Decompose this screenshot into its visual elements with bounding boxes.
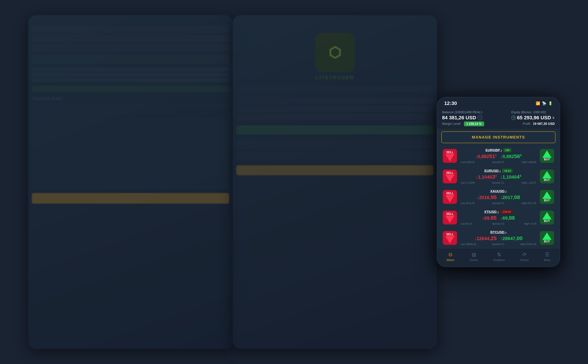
nav-label-watch: Watch	[447, 259, 454, 262]
buy-label-eurgbp: BUY	[544, 158, 550, 161]
instrument-grid-xauusd: SELL XAUUSD › ↓2016,95 ↓2017,08 Low 2014…	[443, 189, 554, 205]
instruments-list: SELL EURGBP › 19k ↓0,882511 ↓0,882566 Lo…	[437, 146, 560, 248]
balance-section: Balance (100001488 REAL): 84 381,26 USD …	[442, 110, 483, 121]
buy-button-btcusd[interactable]: BUY	[540, 231, 554, 245]
spread-xauusd: Spread 0,5	[492, 202, 504, 205]
sell-triangle-eurusd	[445, 175, 454, 182]
manage-instruments-button[interactable]: MANAGE INSTRUMENTS	[441, 131, 555, 143]
buy-button-xtiusd[interactable]: BUY	[540, 211, 554, 224]
buy-label-btcusd: BUY	[544, 240, 550, 243]
nav-label-more: More	[544, 259, 550, 262]
buy-price-eurusd: ↓1,104044	[500, 174, 521, 180]
margin-badge: 1 239,14 %	[464, 121, 484, 126]
prices-row-eurgbp: ↓0,882511 ↓0,882566	[460, 153, 537, 159]
battery-icon: 🔋	[548, 101, 553, 105]
nav-item-orders[interactable]: ▤ Orders	[469, 252, 478, 262]
sell-triangle-xtiusd	[445, 215, 454, 223]
nav-label-orders: Orders	[469, 259, 478, 262]
spread-eurgbp: Spread 0,5	[492, 161, 504, 163]
instrument-name-eurusd[interactable]: EURUSD ›	[484, 169, 501, 173]
prices-row-xauusd: ↓2016,95 ↓2017,08	[460, 194, 537, 200]
instrument-name-row: XAUUSD ›	[460, 189, 537, 193]
instrument-name-row: XTIUSD › -158.00	[460, 210, 537, 214]
equity-chevron: ∨	[552, 116, 555, 120]
instrument-name-btcusd[interactable]: BTCUSD ›	[490, 230, 507, 234]
buy-button-eurusd[interactable]: BUY	[540, 169, 554, 183]
phone-container: 12:30 📶 📡 🔋 Balance (100001488 REAL): 84…	[437, 97, 560, 267]
sell-triangle-btcusd	[445, 236, 454, 243]
sell-label-btcusd: SELL	[446, 233, 454, 236]
buy-label-xtiusd: BUY	[544, 220, 550, 223]
sell-triangle-xauusd	[445, 195, 454, 202]
sell-button-eurgbp[interactable]: SELL	[443, 149, 457, 163]
balance-value: 84 381,26 USD +	[442, 115, 483, 121]
profit-label: Profit:	[523, 122, 531, 125]
stats-row-xauusd: Low 2014,25 Spread 0,5 High 2017,26	[460, 202, 537, 205]
nav-icon-orders: ▤	[472, 252, 476, 257]
background-left-panel: Custom Date	[28, 15, 233, 349]
nav-item-watch[interactable]: ⊙ Watch	[447, 252, 454, 262]
sell-label-eurgbp: SELL	[446, 151, 454, 154]
nav-item-positions[interactable]: ⇅ Positions	[493, 252, 505, 262]
sell-price-btcusd: ↓12644,25	[474, 235, 497, 241]
nav-label-positions: Positions	[493, 259, 505, 262]
sell-price-xtiusd: ↓69,85	[482, 215, 497, 221]
signal-icon: 📡	[542, 101, 546, 105]
buy-price-btcusd: ↑28647,00	[500, 235, 523, 241]
sell-price-eurgbp: ↓0,882511	[475, 153, 497, 159]
sell-button-xtiusd[interactable]: SELL	[443, 211, 457, 224]
instrument-info-xauusd: XAUUSD › ↓2016,95 ↓2017,08 Low 2014,25 S…	[460, 189, 537, 205]
buy-triangle-xtiusd	[542, 212, 552, 220]
nav-item-more[interactable]: ☰ More	[544, 252, 550, 262]
profit-value: 19 087,30 USD	[533, 122, 555, 125]
low-btcusd: Low 28608,48	[461, 243, 476, 246]
balance-plus-btn[interactable]: +	[477, 115, 482, 120]
buy-button-xauusd[interactable]: BUY	[540, 190, 554, 204]
nav-label-history: History	[520, 259, 529, 262]
sell-button-eurusd[interactable]: SELL	[443, 169, 457, 183]
high-xtiusd: High 70,39	[524, 222, 536, 225]
badge-eurgbp: 19k	[503, 148, 511, 152]
instrument-grid-xtiusd: SELL XTIUSD › -158.00 ↓69,85 ↓69,88 Low …	[443, 210, 554, 225]
margin-label: Margin Level:	[442, 122, 461, 125]
buy-button-eurgbp[interactable]: BUY	[540, 149, 554, 163]
sell-button-btcusd[interactable]: SELL	[443, 231, 457, 245]
low-eurusd: Low 1,10345	[461, 181, 475, 184]
instrument-grid-btcusd: SELL BTCUSD › ↓12644,25 ↑28647,00 Low 28…	[443, 230, 554, 246]
instrument-name-eurgbp[interactable]: EURGBP ›	[485, 148, 502, 152]
instrument-name-xauusd[interactable]: XAUUSD ›	[490, 189, 507, 193]
buy-label-eurusd: BUY	[544, 178, 550, 182]
high-eurgbp: High 0,88266	[521, 161, 536, 163]
sell-label-xtiusd: SELL	[446, 212, 454, 215]
equity-label: Equity (Bonus: 1000.00):	[511, 110, 555, 114]
buy-triangle-btcusd	[542, 232, 552, 240]
badge-xtiusd: -158.00	[500, 210, 513, 214]
prices-row-eurusd: ↓1,104033 ↓1,104044	[460, 174, 537, 180]
low-xtiusd: Low 69,74	[461, 222, 472, 225]
equity-section: Equity (Bonus: 1000.00): ⏱ 65 293,96 USD…	[511, 110, 555, 121]
high-btcusd: High 28792,35	[520, 243, 536, 246]
buy-triangle-eurgbp	[542, 150, 552, 158]
instrument-name-xtiusd[interactable]: XTIUSD ›	[484, 210, 499, 214]
stats-row-eurgbp: Low 0,88132 Spread 0,5 High 0,88266	[460, 161, 537, 163]
nav-item-history[interactable]: ⟳ History	[520, 252, 529, 262]
badge-eurusd: +8.14	[502, 169, 513, 173]
status-bar: 12:30 📶 📡 🔋	[437, 97, 560, 108]
sell-button-xauusd[interactable]: SELL	[443, 190, 457, 204]
buy-price-xtiusd: ↓69,88	[500, 215, 515, 221]
instrument-name-row: BTCUSD ›	[460, 230, 537, 234]
instrument-name-row: EURGBP › 19k	[460, 148, 537, 152]
instrument-row-btcusd: SELL BTCUSD › ↓12644,25 ↑28647,00 Low 28…	[440, 228, 557, 248]
nav-icon-history: ⟳	[522, 252, 527, 257]
sell-label-xauusd: SELL	[446, 192, 454, 195]
prices-row-xtiusd: ↓69,85 ↓69,88	[460, 215, 537, 221]
high-xauusd: High 2017,26	[521, 202, 536, 205]
spread-btcusd: Spread 0,5	[492, 243, 504, 246]
nav-icon-positions: ⇅	[497, 252, 501, 257]
phone: 12:30 📶 📡 🔋 Balance (100001488 REAL): 84…	[437, 97, 560, 267]
margin-section: Margin Level: 1 239,14 %	[442, 122, 484, 126]
low-xauusd: Low 2014,25	[461, 202, 475, 205]
manage-btn-container: MANAGE INSTRUMENTS	[437, 129, 560, 146]
background-right-panel: ⬡ LITETRADER	[233, 15, 437, 349]
buy-triangle-xauusd	[542, 191, 552, 199]
